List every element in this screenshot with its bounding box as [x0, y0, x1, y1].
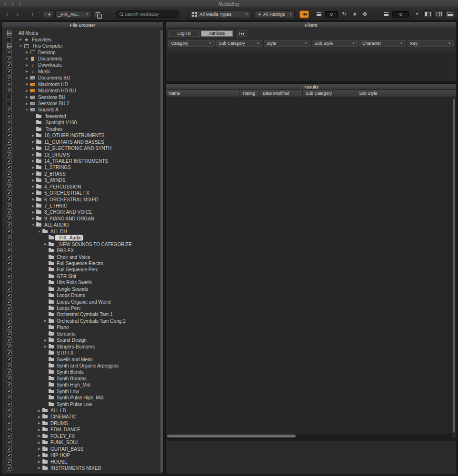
scan-checkbox[interactable]: ✓ — [7, 56, 12, 61]
disclosure-triangle[interactable]: ▶ — [30, 134, 36, 138]
results-column-name[interactable]: Name — [166, 90, 240, 97]
tree-row[interactable]: ✓Hits Rolls Swells — [2, 279, 160, 286]
scan-checkbox[interactable]: ✓ — [7, 133, 12, 138]
disclosure-triangle[interactable]: ▶ — [24, 89, 30, 93]
back-button[interactable] — [3, 10, 11, 18]
scan-checkbox[interactable]: ✓ — [7, 293, 12, 298]
tree-row[interactable]: ✓Synth Pulse Low — [2, 401, 160, 407]
tree-row[interactable]: ✓▶FUNK_SOUL — [2, 439, 160, 446]
tree-row[interactable]: ✓▶8_CHOIR AND VOICE — [2, 209, 160, 215]
add-favorite-button[interactable] — [43, 10, 53, 18]
tree-row[interactable]: ▶Sessions BU 2 — [2, 100, 160, 107]
tree-row[interactable]: ✓Screams — [2, 331, 160, 337]
clear-results-button[interactable] — [350, 10, 359, 18]
scan-checkbox[interactable]: ✓ — [7, 50, 12, 55]
disclosure-triangle[interactable]: ▶ — [30, 172, 36, 176]
scan-checkbox[interactable]: ✓ — [7, 171, 12, 177]
tree-row[interactable]: ✓Synth Bends — [2, 369, 160, 375]
scan-checkbox[interactable]: ✓ — [7, 235, 12, 240]
scan-checkbox[interactable]: ✓ — [7, 114, 12, 119]
scan-checkbox[interactable]: ✓ — [7, 274, 12, 279]
scan-checkbox[interactable]: ✓ — [7, 203, 12, 208]
scan-checkbox[interactable] — [7, 37, 12, 42]
reset-filters-button[interactable] — [299, 10, 309, 18]
scan-checkbox[interactable]: ✓ — [7, 331, 12, 337]
scan-checkbox[interactable]: ✓ — [7, 216, 12, 221]
disclosure-triangle[interactable]: ▶ — [30, 159, 36, 163]
scrollbar-thumb[interactable] — [160, 30, 163, 473]
disclosure-triangle[interactable]: ▶ — [30, 198, 36, 201]
tree-row[interactable]: ✓▶♪Music — [2, 69, 160, 75]
close-button[interactable] — [3, 2, 8, 6]
tree-row[interactable]: ✓▶INSTRUMENTS MIXED — [2, 465, 160, 471]
tree-row[interactable]: ✓▶Documents BU — [2, 75, 160, 81]
disclosure-triangle[interactable]: ▶ — [37, 454, 42, 457]
disclosure-triangle[interactable]: ▶ — [30, 166, 36, 169]
scan-checkbox[interactable]: ✓ — [7, 267, 12, 272]
disclosure-triangle[interactable]: ▶ — [37, 447, 42, 451]
search-field[interactable] — [116, 10, 179, 18]
tree-row[interactable]: ✓▶5_ORCHESTRAL FX — [2, 190, 160, 196]
tree-row[interactable]: ✓▶FOLEY_FX — [2, 433, 160, 439]
tree-row[interactable]: ✓▶HOUSE — [2, 458, 160, 465]
disclosure-triangle[interactable]: ▶ — [24, 50, 30, 54]
disclosure-triangle[interactable]: ▶ — [37, 409, 42, 413]
scan-checkbox[interactable]: ✓ — [7, 107, 12, 112]
up-button[interactable] — [28, 10, 37, 18]
tree-row[interactable]: ✓Choir and Voice — [2, 254, 160, 260]
tree-row[interactable]: ✓▶10_OTHER INSTRUMENTS — [2, 132, 160, 139]
scrollbar-thumb[interactable] — [453, 99, 455, 433]
scan-checkbox[interactable]: ✓ — [7, 287, 12, 292]
scan-checkbox[interactable]: ✓ — [7, 146, 12, 151]
filter-column-style[interactable]: Style — [264, 40, 310, 47]
scan-checkbox[interactable] — [7, 101, 12, 106]
scan-checkbox[interactable]: ✓ — [7, 337, 12, 343]
disclosure-triangle[interactable]: ▶ — [24, 102, 30, 106]
scan-checkbox[interactable]: ✓ — [7, 312, 12, 317]
scan-checkbox[interactable]: ✓ — [7, 382, 12, 387]
search-input[interactable] — [125, 12, 180, 17]
disclosure-triangle[interactable]: ▶ — [30, 185, 36, 188]
tree-row[interactable]: ✓Piano — [2, 324, 160, 330]
tree-row[interactable]: ✓▶Documents — [2, 56, 160, 62]
scan-checkbox[interactable]: ✓ — [7, 197, 12, 202]
disclosure-triangle[interactable]: ▶ — [43, 338, 48, 342]
disclosure-triangle[interactable]: ▶ — [30, 140, 36, 144]
tree-row[interactable]: ✓▶11_GUITARS AND BASSES — [2, 139, 160, 145]
tree-row[interactable]: ✓STR FX — [2, 350, 160, 356]
scan-checkbox[interactable]: ✓ — [7, 440, 12, 445]
toggle-left-pane-button[interactable] — [423, 10, 433, 18]
forward-button[interactable] — [13, 10, 22, 18]
tree-row[interactable]: ✓▶Macintosh HD BU — [2, 88, 160, 94]
scan-checkbox[interactable]: ✓ — [7, 376, 12, 381]
attribute-filter-button[interactable] — [382, 10, 390, 18]
scan-checkbox[interactable]: ✓ — [7, 369, 12, 375]
scan-checkbox[interactable]: ✓ — [7, 459, 12, 465]
tree-row[interactable]: ✓▼ALL DH — [2, 228, 160, 235]
scan-checkbox[interactable]: ✓ — [7, 421, 12, 426]
tree-row[interactable]: ✓Loops Perc — [2, 305, 160, 311]
disclosure-triangle[interactable]: ▶ — [24, 63, 30, 67]
scan-checkbox[interactable]: ✓ — [7, 344, 12, 349]
tree-row[interactable]: ✓Synth Braams — [2, 376, 160, 382]
disclosure-triangle[interactable]: ▶ — [37, 434, 42, 438]
tree-row[interactable]: ✓Synth Low — [2, 388, 160, 395]
tree-row[interactable]: ✓.fseventsd — [2, 113, 160, 119]
tree-row[interactable]: ✓▶Macintosh HD — [2, 81, 160, 88]
disclosure-triangle[interactable]: ▶ — [37, 428, 42, 432]
scan-checkbox[interactable]: ✓ — [7, 350, 12, 356]
scan-checkbox[interactable]: ✓ — [7, 453, 12, 458]
tree-row[interactable]: ✓Synth and Organic Arpeggios — [2, 363, 160, 369]
scan-checkbox[interactable]: ✓ — [7, 248, 12, 253]
tree-row[interactable]: ✓▶1_STRINGS — [2, 164, 160, 170]
scan-checkbox[interactable]: ✓ — [7, 222, 12, 228]
tree-row[interactable]: ✓_FIX_Audio — [2, 235, 160, 241]
zoom-button[interactable] — [18, 2, 22, 6]
scan-checkbox[interactable] — [7, 43, 12, 49]
scan-checkbox[interactable]: ✓ — [7, 389, 12, 394]
tree-row[interactable]: ✓GTR Shit — [2, 273, 160, 279]
results-column-rating[interactable]: Rating — [240, 90, 260, 97]
tree-row[interactable]: ✓Synth Pulse High_Mid — [2, 395, 160, 401]
tree-row[interactable]: ✓▶Orchestral Cymbals Tam Gong 2 — [2, 318, 160, 324]
settings-button[interactable] — [361, 10, 369, 18]
